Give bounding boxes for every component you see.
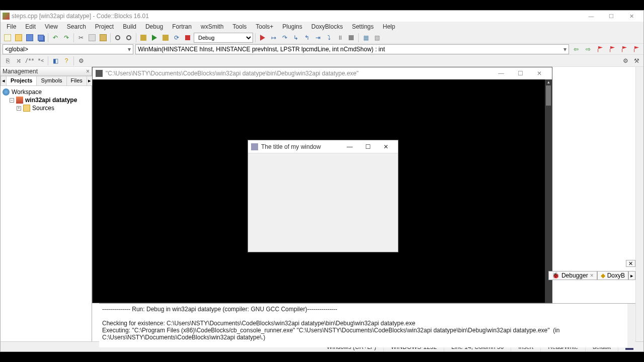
- toggle-header-button[interactable]: ⤮: [14, 56, 24, 66]
- menu-file[interactable]: File: [3, 22, 20, 31]
- run-to-cursor-button[interactable]: ↦: [269, 33, 279, 43]
- scope-bar: <global> ▾ WinMain(HINSTANCE hInst, HINS…: [1, 44, 643, 55]
- running-app-window[interactable]: The title of my window — ☐ ✕: [248, 140, 398, 252]
- scroll-thumb[interactable]: [546, 85, 551, 106]
- stop-debug-icon: [349, 35, 354, 40]
- copy-button[interactable]: [87, 33, 97, 43]
- next-instr-button[interactable]: ⇥: [313, 33, 323, 43]
- nav-forward-button[interactable]: ⇨: [583, 44, 593, 54]
- menu-settings[interactable]: Settings: [348, 22, 377, 31]
- help-button[interactable]: ⚒: [631, 56, 641, 66]
- console-window: "C:\Users\NSTY\Documents\CodeBlocks\win3…: [92, 67, 552, 303]
- management-close-button[interactable]: ×: [86, 68, 90, 75]
- running-app-close-button[interactable]: ✕: [377, 141, 395, 153]
- maximize-button[interactable]: ☐: [601, 11, 621, 21]
- scope-dropdown[interactable]: <global> ▾: [3, 44, 133, 54]
- bookmark-toggle-button[interactable]: [595, 44, 605, 54]
- arrow-right-icon: ⇨: [586, 46, 591, 53]
- find-button[interactable]: [113, 33, 123, 43]
- abort-button[interactable]: [183, 33, 193, 43]
- bookmark-next-button[interactable]: [619, 44, 629, 54]
- save-button[interactable]: [25, 33, 35, 43]
- info-button[interactable]: ▧: [372, 33, 382, 43]
- debug-start-button[interactable]: [258, 33, 268, 43]
- function-dropdown[interactable]: WinMain(HINSTANCE hInst, HINSTANCE prevh…: [135, 44, 569, 54]
- redo-button[interactable]: ↷: [61, 33, 71, 43]
- step-into-button[interactable]: ↳: [291, 33, 301, 43]
- toggle-source-button[interactable]: ⎘: [3, 56, 13, 66]
- menu-help[interactable]: Help: [379, 22, 399, 31]
- debugger-tab-close[interactable]: ×: [590, 272, 594, 279]
- editor-scrollbar[interactable]: [635, 67, 643, 341]
- running-app-titlebar[interactable]: The title of my window — ☐ ✕: [248, 140, 398, 153]
- menu-doxyblocks[interactable]: DoxyBlocks: [307, 22, 347, 31]
- stop-debug-button[interactable]: [346, 33, 356, 43]
- console-close-button[interactable]: ✕: [530, 68, 549, 79]
- tab-projects[interactable]: Projects: [6, 76, 37, 85]
- doxy-3-button[interactable]: ⚙: [76, 56, 86, 66]
- debug-windows-button[interactable]: ▦: [361, 33, 371, 43]
- running-app-minimize-button[interactable]: —: [341, 141, 359, 153]
- doxy-2-button[interactable]: ?: [61, 56, 71, 66]
- tree-workspace[interactable]: Workspace: [3, 88, 90, 96]
- replace-icon: [126, 35, 131, 40]
- close-button[interactable]: ✕: [621, 11, 641, 21]
- menu-search[interactable]: Search: [63, 22, 90, 31]
- tree-sources-folder[interactable]: + Sources: [3, 104, 90, 112]
- open-file-icon: [15, 34, 22, 41]
- tabs-overflow-button[interactable]: ▸: [628, 271, 635, 280]
- debugger-icon: 🐞: [552, 272, 559, 279]
- uncomment-button[interactable]: *<: [36, 56, 46, 66]
- running-app-maximize-button[interactable]: ☐: [359, 141, 377, 153]
- doxy-1-button[interactable]: ◧: [50, 56, 60, 66]
- console-titlebar[interactable]: "C:\Users\NSTY\Documents\CodeBlocks\win3…: [93, 67, 552, 79]
- next-line-button[interactable]: ↷: [280, 33, 290, 43]
- paste-button[interactable]: [98, 33, 108, 43]
- bookmark-clear-button[interactable]: [631, 44, 641, 54]
- menu-fortran[interactable]: Fortran: [168, 22, 196, 31]
- minimize-button[interactable]: —: [581, 11, 601, 21]
- cut-button[interactable]: ✂: [76, 33, 86, 43]
- undo-button[interactable]: ↶: [50, 33, 60, 43]
- settings-button[interactable]: ⚙: [620, 56, 630, 66]
- run-button[interactable]: [149, 33, 159, 43]
- open-file-button[interactable]: [14, 33, 24, 43]
- menu-edit[interactable]: Edit: [21, 22, 40, 31]
- step-instr-button[interactable]: ⤵: [324, 33, 334, 43]
- replace-button[interactable]: [124, 33, 134, 43]
- scroll-up-icon[interactable]: ▴: [545, 79, 552, 84]
- console-minimize-button[interactable]: —: [492, 68, 511, 79]
- nav-back-button[interactable]: ⇦: [571, 44, 581, 54]
- build-button[interactable]: [138, 33, 148, 43]
- tab-symbols[interactable]: Symbols: [36, 76, 66, 85]
- break-button[interactable]: ⏸: [335, 33, 345, 43]
- build-log-text[interactable]: -------------- Run: Debug in win32api da…: [99, 304, 627, 347]
- tab-files[interactable]: Files: [66, 76, 87, 85]
- rebuild-button[interactable]: ⟳: [172, 33, 182, 43]
- log-close-button[interactable]: ✕: [626, 260, 635, 267]
- log-scrollbar[interactable]: [627, 304, 635, 347]
- console-scrollbar[interactable]: ▴: [545, 79, 552, 303]
- debugger-tab[interactable]: 🐞 Debugger ×: [548, 271, 597, 280]
- console-maximize-button[interactable]: ☐: [511, 68, 530, 79]
- doxy-tab[interactable]: ◆ DoxyB: [597, 271, 628, 280]
- comment-button[interactable]: /**: [25, 56, 35, 66]
- menu-build[interactable]: Build: [119, 22, 140, 31]
- menu-debug[interactable]: Debug: [141, 22, 167, 31]
- build-target-select[interactable]: Debug: [194, 33, 253, 43]
- menu-project[interactable]: Project: [91, 22, 118, 31]
- save-all-button[interactable]: [36, 33, 46, 43]
- new-file-button[interactable]: [3, 33, 13, 43]
- menu-view[interactable]: View: [41, 22, 62, 31]
- menu-plugins[interactable]: Plugins: [278, 22, 306, 31]
- menu-toolsplus[interactable]: Tools+: [252, 22, 277, 31]
- bookmark-prev-button[interactable]: [607, 44, 617, 54]
- tree-project[interactable]: − win32api datatype: [3, 96, 90, 104]
- find-icon: [115, 35, 120, 40]
- expand-icon[interactable]: −: [10, 98, 14, 103]
- build-run-button[interactable]: [160, 33, 171, 43]
- step-out-button[interactable]: ↰: [302, 33, 312, 43]
- expand-icon[interactable]: +: [17, 106, 21, 111]
- menu-tools[interactable]: Tools: [228, 22, 251, 31]
- menu-wxsmith[interactable]: wxSmith: [197, 22, 227, 31]
